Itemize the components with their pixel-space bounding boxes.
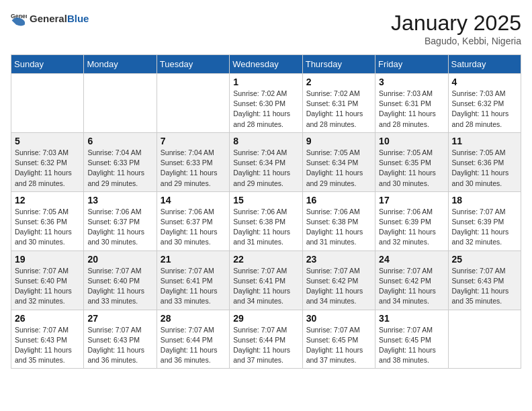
cell-info: Sunrise: 7:06 AM Sunset: 6:38 PM Dayligh…	[306, 207, 371, 248]
calendar-cell: 5Sunrise: 7:03 AM Sunset: 6:32 PM Daylig…	[11, 132, 84, 191]
day-number: 10	[379, 136, 444, 146]
calendar-cell	[157, 74, 229, 133]
calendar-cell: 26Sunrise: 7:07 AM Sunset: 6:43 PM Dayli…	[11, 310, 84, 369]
calendar-cell: 22Sunrise: 7:07 AM Sunset: 6:41 PM Dayli…	[230, 250, 302, 310]
cell-info: Sunrise: 7:05 AM Sunset: 6:36 PM Dayligh…	[452, 148, 517, 189]
day-number: 27	[87, 313, 152, 324]
cell-info: Sunrise: 7:07 AM Sunset: 6:43 PM Dayligh…	[87, 325, 152, 366]
cell-info: Sunrise: 7:05 AM Sunset: 6:35 PM Dayligh…	[379, 148, 444, 189]
cell-info: Sunrise: 7:03 AM Sunset: 6:31 PM Dayligh…	[379, 89, 444, 130]
logo: General GeneralBlue	[11, 11, 89, 27]
day-header-monday: Monday	[84, 55, 157, 74]
calendar-header-row: SundayMondayTuesdayWednesdayThursdayFrid…	[11, 55, 521, 74]
day-number: 1	[233, 77, 298, 87]
calendar-cell: 17Sunrise: 7:06 AM Sunset: 6:39 PM Dayli…	[375, 191, 448, 250]
cell-info: Sunrise: 7:07 AM Sunset: 6:43 PM Dayligh…	[452, 266, 517, 307]
cell-info: Sunrise: 7:07 AM Sunset: 6:44 PM Dayligh…	[233, 325, 298, 366]
cell-info: Sunrise: 7:07 AM Sunset: 6:44 PM Dayligh…	[161, 325, 226, 366]
day-number: 7	[161, 136, 226, 146]
day-number: 18	[452, 195, 517, 205]
day-number: 28	[161, 313, 226, 324]
day-number: 2	[306, 77, 371, 87]
calendar-week-row: 5Sunrise: 7:03 AM Sunset: 6:32 PM Daylig…	[11, 132, 521, 191]
cell-info: Sunrise: 7:07 AM Sunset: 6:45 PM Dayligh…	[306, 325, 371, 366]
cell-info: Sunrise: 7:07 AM Sunset: 6:42 PM Dayligh…	[306, 266, 371, 307]
cell-info: Sunrise: 7:06 AM Sunset: 6:39 PM Dayligh…	[379, 207, 444, 248]
title-block: January 2025 Bagudo, Kebbi, Nigeria	[391, 11, 521, 46]
day-number: 22	[233, 254, 298, 265]
day-number: 16	[306, 195, 371, 205]
day-header-sunday: Sunday	[11, 55, 84, 74]
calendar-cell: 4Sunrise: 7:03 AM Sunset: 6:32 PM Daylig…	[448, 74, 521, 133]
calendar-cell: 30Sunrise: 7:07 AM Sunset: 6:45 PM Dayli…	[302, 310, 375, 369]
calendar-cell: 20Sunrise: 7:07 AM Sunset: 6:40 PM Dayli…	[84, 250, 157, 310]
calendar-cell: 19Sunrise: 7:07 AM Sunset: 6:40 PM Dayli…	[11, 250, 84, 310]
calendar-cell: 9Sunrise: 7:05 AM Sunset: 6:34 PM Daylig…	[302, 132, 375, 191]
cell-info: Sunrise: 7:06 AM Sunset: 6:37 PM Dayligh…	[87, 207, 152, 248]
calendar-week-row: 12Sunrise: 7:05 AM Sunset: 6:36 PM Dayli…	[11, 191, 521, 250]
calendar-cell: 21Sunrise: 7:07 AM Sunset: 6:41 PM Dayli…	[157, 250, 229, 310]
day-number: 6	[87, 136, 152, 146]
cell-info: Sunrise: 7:07 AM Sunset: 6:40 PM Dayligh…	[87, 266, 152, 307]
calendar-cell: 1Sunrise: 7:02 AM Sunset: 6:30 PM Daylig…	[230, 74, 302, 133]
day-number: 19	[15, 254, 80, 265]
day-header-wednesday: Wednesday	[230, 55, 302, 74]
calendar-cell: 2Sunrise: 7:02 AM Sunset: 6:31 PM Daylig…	[302, 74, 375, 133]
cell-info: Sunrise: 7:02 AM Sunset: 6:31 PM Dayligh…	[306, 89, 371, 130]
logo-icon: General	[11, 11, 27, 27]
calendar-cell: 14Sunrise: 7:06 AM Sunset: 6:37 PM Dayli…	[157, 191, 229, 250]
day-number: 31	[379, 313, 444, 324]
calendar-cell	[11, 74, 84, 133]
day-number: 30	[306, 313, 371, 324]
day-number: 20	[87, 254, 152, 265]
cell-info: Sunrise: 7:07 AM Sunset: 6:39 PM Dayligh…	[452, 207, 517, 248]
calendar-cell: 12Sunrise: 7:05 AM Sunset: 6:36 PM Dayli…	[11, 191, 84, 250]
day-number: 8	[233, 136, 298, 146]
calendar-cell: 27Sunrise: 7:07 AM Sunset: 6:43 PM Dayli…	[84, 310, 157, 369]
day-header-friday: Friday	[375, 55, 448, 74]
calendar-cell: 7Sunrise: 7:04 AM Sunset: 6:33 PM Daylig…	[157, 132, 229, 191]
cell-info: Sunrise: 7:07 AM Sunset: 6:42 PM Dayligh…	[379, 266, 444, 307]
calendar-cell: 6Sunrise: 7:04 AM Sunset: 6:33 PM Daylig…	[84, 132, 157, 191]
cell-info: Sunrise: 7:04 AM Sunset: 6:34 PM Dayligh…	[233, 148, 298, 189]
calendar-week-row: 19Sunrise: 7:07 AM Sunset: 6:40 PM Dayli…	[11, 250, 521, 310]
day-header-thursday: Thursday	[302, 55, 375, 74]
day-header-tuesday: Tuesday	[157, 55, 229, 74]
cell-info: Sunrise: 7:05 AM Sunset: 6:34 PM Dayligh…	[306, 148, 371, 189]
day-number: 15	[233, 195, 298, 205]
day-number: 3	[379, 77, 444, 87]
day-number: 14	[161, 195, 226, 205]
day-number: 26	[15, 313, 80, 324]
calendar-cell: 16Sunrise: 7:06 AM Sunset: 6:38 PM Dayli…	[302, 191, 375, 250]
cell-info: Sunrise: 7:05 AM Sunset: 6:36 PM Dayligh…	[15, 207, 80, 248]
calendar-cell: 18Sunrise: 7:07 AM Sunset: 6:39 PM Dayli…	[448, 191, 521, 250]
month-title: January 2025	[391, 11, 521, 36]
cell-info: Sunrise: 7:07 AM Sunset: 6:40 PM Dayligh…	[15, 266, 80, 307]
calendar-cell: 15Sunrise: 7:06 AM Sunset: 6:38 PM Dayli…	[230, 191, 302, 250]
day-number: 17	[379, 195, 444, 205]
day-number: 12	[15, 195, 80, 205]
calendar-cell: 11Sunrise: 7:05 AM Sunset: 6:36 PM Dayli…	[448, 132, 521, 191]
calendar-cell: 13Sunrise: 7:06 AM Sunset: 6:37 PM Dayli…	[84, 191, 157, 250]
calendar-cell: 8Sunrise: 7:04 AM Sunset: 6:34 PM Daylig…	[230, 132, 302, 191]
calendar-cell	[84, 74, 157, 133]
cell-info: Sunrise: 7:02 AM Sunset: 6:30 PM Dayligh…	[233, 89, 298, 130]
calendar-cell: 31Sunrise: 7:07 AM Sunset: 6:45 PM Dayli…	[375, 310, 448, 369]
cell-info: Sunrise: 7:03 AM Sunset: 6:32 PM Dayligh…	[15, 148, 80, 189]
cell-info: Sunrise: 7:03 AM Sunset: 6:32 PM Dayligh…	[452, 89, 517, 130]
day-number: 11	[452, 136, 517, 146]
day-header-saturday: Saturday	[448, 55, 521, 74]
day-number: 23	[306, 254, 371, 265]
day-number: 29	[233, 313, 298, 324]
cell-info: Sunrise: 7:04 AM Sunset: 6:33 PM Dayligh…	[87, 148, 152, 189]
cell-info: Sunrise: 7:04 AM Sunset: 6:33 PM Dayligh…	[161, 148, 226, 189]
cell-info: Sunrise: 7:06 AM Sunset: 6:37 PM Dayligh…	[161, 207, 226, 248]
day-number: 9	[306, 136, 371, 146]
calendar-cell: 25Sunrise: 7:07 AM Sunset: 6:43 PM Dayli…	[448, 250, 521, 310]
calendar-cell: 28Sunrise: 7:07 AM Sunset: 6:44 PM Dayli…	[157, 310, 229, 369]
cell-info: Sunrise: 7:07 AM Sunset: 6:45 PM Dayligh…	[379, 325, 444, 366]
calendar-week-row: 26Sunrise: 7:07 AM Sunset: 6:43 PM Dayli…	[11, 310, 521, 369]
cell-info: Sunrise: 7:06 AM Sunset: 6:38 PM Dayligh…	[233, 207, 298, 248]
calendar-cell: 29Sunrise: 7:07 AM Sunset: 6:44 PM Dayli…	[230, 310, 302, 369]
calendar-cell: 3Sunrise: 7:03 AM Sunset: 6:31 PM Daylig…	[375, 74, 448, 133]
